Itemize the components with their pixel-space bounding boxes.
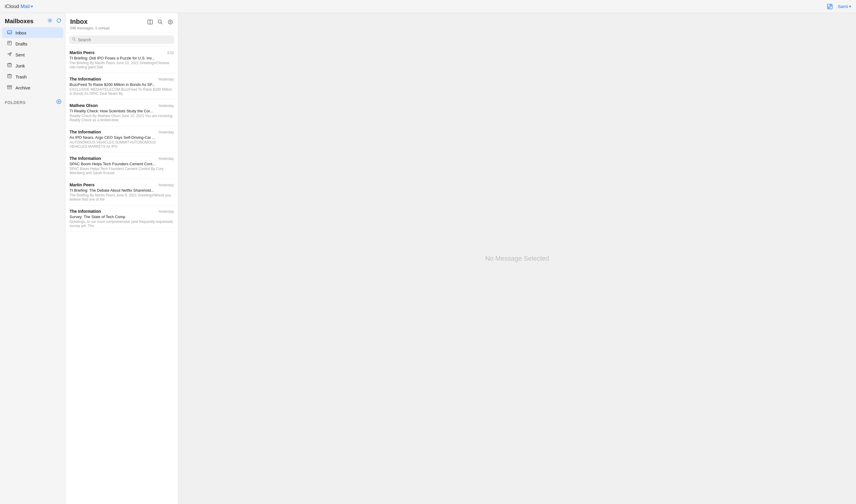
message-item[interactable]: The Information Yesterday SPAC Boom Help…	[65, 152, 178, 179]
message-preview: SPAC Boom Helps Tech Founders Cement Con…	[70, 167, 174, 175]
message-subject: TI Reality Check: How Scientists Study t…	[70, 109, 174, 113]
topbar-left: iCloud Mail ▾	[5, 3, 33, 10]
message-item[interactable]: The Information Yesterday Survey: The St…	[65, 205, 178, 232]
detail-pane: No Message Selected	[178, 13, 856, 504]
message-list-pane: Inbox 596 messages, 0 unread	[65, 13, 178, 504]
sidebar-item-inbox[interactable]: Inbox	[2, 27, 63, 38]
message-item[interactable]: The Information Yesterday As IPO Nears, …	[65, 126, 178, 152]
message-list-header: Inbox 596 messages, 0 unread	[65, 13, 178, 33]
search-button[interactable]	[157, 19, 163, 26]
message-preview: The Briefing By Martin Peers June 10, 20…	[70, 61, 174, 69]
message-sender: Mathew Olson	[70, 103, 98, 108]
message-preview: AUTONOMOUS VEHICLES SUMMIT AUTONOMOUS VE…	[70, 140, 174, 149]
message-time: Yesterday	[158, 183, 174, 187]
message-time: Yesterday	[158, 77, 174, 82]
message-item[interactable]: Martin Peers 3:02 TI Briefing: Didi IPO …	[65, 47, 178, 73]
message-sender: The Information	[70, 77, 101, 82]
message-item[interactable]: The Information Yesterday BuzzFeed To Ra…	[65, 73, 178, 100]
filter-button[interactable]	[167, 19, 173, 26]
sidebar-item-sent-label: Sent	[16, 52, 25, 57]
message-subject: Survey: The State of Tech Comp	[70, 215, 174, 219]
search-bar	[65, 33, 178, 47]
sidebar-item-junk[interactable]: Junk	[2, 60, 63, 71]
sidebar-item-trash-label: Trash	[16, 74, 27, 79]
message-sender: Martin Peers	[70, 182, 94, 187]
svg-point-1	[49, 20, 51, 21]
app-title: iCloud Mail	[5, 3, 30, 10]
sidebar-item-archive-label: Archive	[16, 85, 30, 90]
sidebar-items: Inbox Drafts Sent	[0, 27, 65, 93]
sidebar-item-drafts[interactable]: Drafts	[2, 38, 63, 49]
message-sender: The Information	[70, 209, 101, 214]
user-name: Sami	[838, 4, 848, 9]
sidebar-refresh-icon[interactable]	[56, 18, 61, 25]
app-menu-chevron[interactable]: ▾	[31, 4, 33, 8]
sent-icon	[6, 51, 13, 58]
message-sender: Martin Peers	[70, 50, 94, 55]
message-preview: The Briefing By Martin Peers June 9, 202…	[70, 193, 174, 201]
message-list-header-icons	[147, 18, 173, 26]
inbox-title: Inbox	[70, 18, 109, 25]
main-layout: Mailboxes	[0, 13, 856, 504]
sidebar: Mailboxes	[0, 13, 65, 504]
inbox-icon	[6, 30, 13, 36]
trash-icon	[6, 73, 13, 80]
message-subject: TI Briefing: The Debate About Netflix Sh…	[70, 188, 174, 193]
message-subject: BuzzFeed To Raise $200 Million in Bonds …	[70, 82, 174, 87]
message-list-header-left: Inbox 596 messages, 0 unread	[70, 18, 109, 30]
message-time: 3:02	[167, 51, 174, 55]
svg-rect-0	[827, 4, 832, 9]
svg-rect-5	[8, 64, 12, 67]
sidebar-item-archive[interactable]: Archive	[2, 82, 63, 93]
sidebar-settings-icon[interactable]	[47, 18, 53, 25]
user-chevron: ▾	[849, 4, 851, 8]
sidebar-item-trash[interactable]: Trash	[2, 71, 63, 82]
topbar-right: Sami ▾	[826, 3, 851, 10]
user-menu[interactable]: Sami ▾	[838, 4, 851, 9]
split-view-button[interactable]	[147, 19, 153, 26]
svg-line-28	[75, 40, 76, 41]
search-icon	[72, 37, 76, 42]
junk-icon	[6, 62, 13, 69]
message-time: Yesterday	[158, 130, 174, 134]
message-time: Yesterday	[158, 104, 174, 108]
message-sender: The Information	[70, 156, 101, 161]
message-preview: Reality Check By Mathew Olson June 10, 2…	[70, 114, 174, 122]
sidebar-actions	[47, 18, 61, 25]
svg-point-21	[158, 20, 161, 23]
message-item[interactable]: Mathew Olson Yesterday TI Reality Check:…	[65, 100, 178, 126]
sidebar-item-junk-label: Junk	[16, 63, 25, 68]
message-preview: EXCLUSIVE MEDIA/TELECOM BuzzFeed To Rais…	[70, 87, 174, 96]
search-input-wrapper	[69, 35, 175, 44]
sidebar-item-inbox-label: Inbox	[16, 30, 26, 35]
message-subject: SPAC Boom Helps Tech Founders Cement Con…	[70, 162, 174, 166]
compose-button[interactable]	[826, 3, 833, 10]
sidebar-header: Mailboxes	[0, 17, 65, 27]
sidebar-item-drafts-label: Drafts	[16, 41, 27, 46]
folders-section: Folders	[0, 98, 65, 107]
message-list-items: Martin Peers 3:02 TI Briefing: Didi IPO …	[65, 47, 178, 504]
drafts-icon	[6, 40, 13, 47]
search-input[interactable]	[78, 37, 172, 42]
folders-title: Folders	[5, 100, 25, 105]
mailboxes-title: Mailboxes	[5, 18, 34, 25]
no-message-text: No Message Selected	[485, 255, 549, 263]
folders-header: Folders	[0, 98, 65, 107]
inbox-subtitle: 596 messages, 0 unread	[70, 26, 109, 30]
message-time: Yesterday	[158, 210, 174, 214]
sidebar-item-sent[interactable]: Sent	[2, 49, 63, 60]
svg-rect-9	[8, 75, 12, 78]
message-subject: TI Briefing: Didi IPO Poses a Puzzle for…	[70, 56, 174, 60]
topbar: iCloud Mail ▾ Sami ▾	[0, 0, 856, 13]
message-item[interactable]: Martin Peers Yesterday TI Briefing: The …	[65, 179, 178, 205]
message-sender: The Information	[70, 130, 101, 134]
message-subject: As IPO Nears, Argo CEO Says Self-Driving…	[70, 135, 174, 140]
add-folder-button[interactable]	[56, 99, 61, 106]
svg-line-22	[161, 23, 162, 24]
archive-icon	[6, 84, 13, 91]
message-time: Yesterday	[158, 157, 174, 161]
message-preview: Greetings, In our most comprehensive (an…	[70, 220, 174, 228]
